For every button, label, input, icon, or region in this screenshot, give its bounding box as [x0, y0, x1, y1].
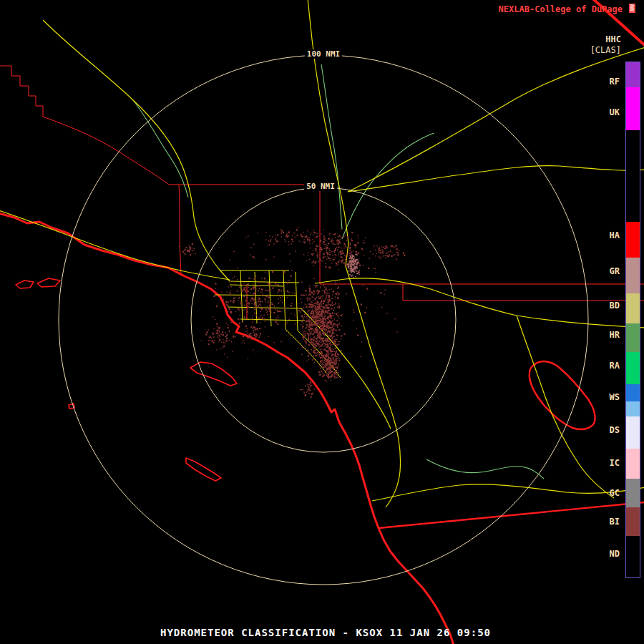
legend-color-bar: [625, 62, 640, 578]
rivers: [133, 64, 544, 479]
status-bar-text: HYDROMETEOR CLASSIFICATION - KSOX 11 JAN…: [160, 627, 491, 638]
legend-segment-DS: [626, 416, 640, 449]
ring-label-100nmi: 100 NMI: [305, 49, 342, 59]
legend-segment-WS: [626, 384, 640, 401]
legend-segment-BD: [626, 293, 640, 323]
county-line-ventura: [179, 185, 181, 275]
legend-segment-ND: [626, 536, 640, 577]
oc-freeways: [286, 329, 341, 378]
legend-segment-RF: [626, 62, 640, 87]
highway-i15-north: [308, 0, 348, 266]
brand-title: NEXLAB-College of DuPage: [499, 4, 623, 14]
salton-sea-outline: [530, 361, 595, 429]
radar-map: [0, 0, 644, 644]
river-north: [321, 64, 342, 229]
legend-segment-HR: [626, 323, 640, 352]
legend-segment-HA: [626, 222, 640, 258]
legend-segment-GR: [626, 258, 640, 293]
product-mode: [CLAS]: [590, 45, 621, 55]
county-boundaries: [0, 66, 644, 320]
island-anacapa: [16, 280, 34, 288]
island-san-clemente: [186, 458, 221, 481]
legend-segment-RA: [626, 352, 640, 384]
highway-i15-south: [346, 266, 401, 507]
river-aqueduct: [133, 100, 188, 197]
highway-i5-north: [43, 20, 230, 281]
river-southeast: [426, 459, 544, 479]
highway-us101-west: [0, 210, 230, 280]
highway-i40-east: [348, 166, 644, 192]
highway-i8-east: [372, 484, 644, 501]
ring-label-50nmi: 50 NMI: [304, 182, 337, 191]
radar-screen: NEXLAB-College of DuPage ▒ HHC [CLAS] 10…: [0, 0, 644, 644]
highway-i10-east: [315, 278, 644, 328]
highways: [0, 0, 644, 507]
county-line-stairstep: [0, 66, 43, 117]
echo-layer: [179, 227, 406, 398]
legend-segment-GC: [626, 479, 640, 507]
cod-logo-icon: ▒: [629, 4, 635, 13]
legend-segment-blank: [626, 130, 640, 222]
highway-sr86: [517, 316, 614, 498]
island-santa-cruz: [37, 278, 60, 287]
county-line-diagonal: [43, 117, 169, 185]
legend-segment-BI: [626, 507, 640, 536]
product-code: HHC: [605, 34, 621, 44]
legend-segment-WS2: [626, 401, 640, 416]
legend-segment-UK: [626, 87, 640, 130]
island-catalina: [190, 362, 237, 386]
legend-segment-IC: [626, 449, 640, 479]
